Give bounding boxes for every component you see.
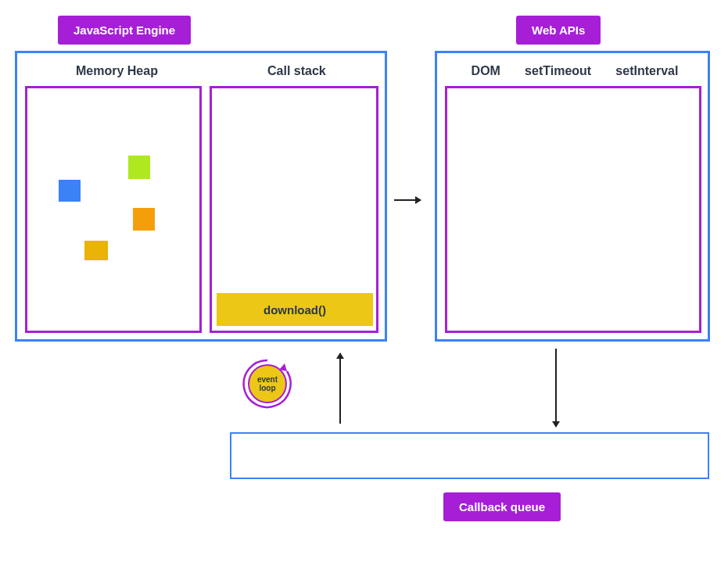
event-loop: event loop: [235, 351, 300, 417]
web-apis-box: DOM setTimeout setInterval: [435, 51, 710, 342]
heap-object-yellow: [84, 241, 108, 260]
web-api-setinterval: setInterval: [615, 64, 678, 78]
web-apis-inner-container: [445, 86, 701, 333]
call-stack-heading: Call stack: [267, 64, 326, 78]
web-apis-list: DOM setTimeout setInterval: [459, 64, 690, 78]
heap-object-blue: [59, 180, 81, 202]
heap-object-orange: [133, 208, 155, 231]
event-loop-label-line1: event: [257, 375, 278, 384]
js-engine-title-badge: JavaScript Engine: [58, 16, 191, 45]
memory-heap-container: [25, 86, 202, 333]
heap-object-green: [128, 156, 150, 179]
memory-heap-heading: Memory Heap: [76, 64, 158, 78]
event-loop-label-line2: loop: [259, 384, 275, 392]
call-stack-frame-download: download(): [217, 293, 373, 326]
js-engine-box: Memory Heap Call stack download(): [15, 51, 387, 342]
arrow-webapis-to-queue-icon: [555, 349, 557, 427]
callback-queue-box: [230, 432, 709, 479]
callback-queue-title-badge: Callback queue: [443, 492, 561, 521]
event-loop-circle: event loop: [248, 364, 287, 403]
web-api-settimeout: setTimeout: [525, 64, 591, 78]
call-stack-container: download(): [210, 86, 378, 333]
web-apis-title-badge: Web APIs: [516, 16, 601, 45]
web-api-dom: DOM: [472, 64, 500, 78]
arrow-queue-to-stack-icon: [339, 353, 341, 424]
arrow-stack-to-webapis-icon: [394, 199, 421, 201]
